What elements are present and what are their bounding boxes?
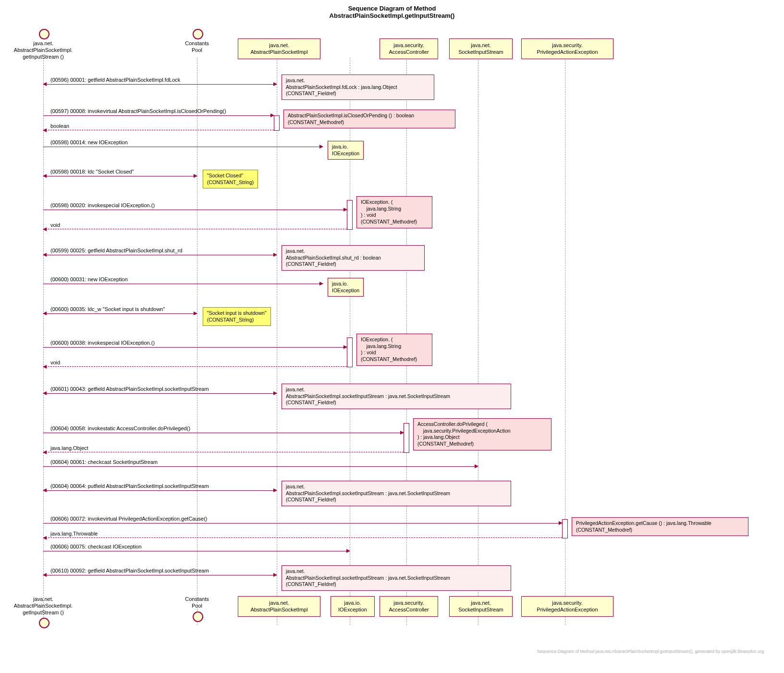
actor-p1-top bbox=[39, 29, 49, 39]
msg-label-m15: (00606) 00075: checkcast IOException bbox=[50, 544, 142, 549]
msg-label-m14r: java.lang.Throwable bbox=[50, 531, 98, 536]
msg-label-m1: (00596) 00001: getfield AbstractPlainSoc… bbox=[50, 77, 180, 83]
msg-m7 bbox=[43, 284, 323, 284]
participant-p7-top: java.security.PrivilegedActionException bbox=[521, 38, 613, 59]
msg-label-m9r: void bbox=[50, 360, 60, 365]
activation-m11 bbox=[404, 423, 409, 453]
msg-label-m7: (00600) 00031: new IOException bbox=[50, 276, 128, 282]
msg-label-m16: (00610) 00092: getfield AbstractPlainSoc… bbox=[50, 568, 209, 573]
msg-label-m3: (00598) 00014: new IOException bbox=[50, 139, 128, 145]
lifeline-p3 bbox=[277, 58, 277, 625]
sequence-diagram: java.net.AbstractPlainSocketImpl.getInpu… bbox=[5, 24, 769, 654]
note-n13: PrivilegedActionException.getCause () : … bbox=[572, 517, 748, 536]
msg-label-m2r: boolean bbox=[50, 123, 69, 129]
msg-label-m10: (00601) 00043: getfield AbstractPlainSoc… bbox=[50, 386, 209, 392]
lifeline-p2 bbox=[197, 58, 197, 625]
lifeline-p7 bbox=[565, 58, 565, 625]
lifeline-p6 bbox=[478, 58, 478, 625]
note-n5: IOException. ( java.lang.String) : void(… bbox=[356, 196, 432, 228]
msg-m10 bbox=[43, 393, 277, 394]
actor-label-p2-top: ConstantsPool bbox=[154, 40, 240, 54]
note-n7: java.io.IOException bbox=[328, 278, 364, 297]
msg-m8 bbox=[43, 313, 197, 314]
msg-m12 bbox=[43, 466, 478, 467]
msg-label-m13: (00604) 00064: putfield AbstractPlainSoc… bbox=[50, 483, 209, 489]
msg-m5r bbox=[43, 229, 347, 230]
msg-m4 bbox=[43, 176, 197, 176]
note-n10: java.net.AbstractPlainSocketImpl.socketI… bbox=[282, 384, 511, 409]
msg-m13 bbox=[43, 490, 277, 491]
diagram-title: Sequence Diagram of Method AbstractPlain… bbox=[5, 5, 779, 19]
msg-m2 bbox=[43, 115, 274, 116]
msg-label-m5: (00598) 00020: invokespecial IOException… bbox=[50, 202, 155, 208]
msg-label-m2: (00597) 00008: invokevirtual AbstractPla… bbox=[50, 108, 226, 114]
actor-p2-top bbox=[193, 29, 203, 39]
lifeline-p1 bbox=[43, 58, 44, 625]
msg-m14 bbox=[43, 523, 562, 523]
note-n2: AbstractPlainSocketImpl.isClosedOrPendin… bbox=[283, 110, 455, 128]
msg-label-m14: (00606) 00072: invokevirtual PrivilegedA… bbox=[50, 516, 208, 522]
msg-m9r bbox=[43, 366, 347, 367]
msg-m5 bbox=[43, 210, 347, 210]
msg-m11 bbox=[43, 433, 404, 433]
participant-p5-top: java.security.AccessController bbox=[380, 38, 438, 59]
note-n1: java.net.AbstractPlainSocketImpl.fdLock … bbox=[282, 75, 434, 100]
msg-label-m6: (00599) 00025: getfield AbstractPlainSoc… bbox=[50, 248, 183, 253]
msg-label-m11r: java.lang.Object bbox=[50, 445, 88, 451]
msg-label-m12: (00604) 00061: checkcast SocketInputStre… bbox=[50, 459, 158, 465]
note-n8: "Socket input is shutdown"(CONSTANT_Stri… bbox=[203, 307, 271, 326]
participant-p7-bot: java.security.PrivilegedActionException bbox=[521, 596, 613, 617]
msg-m3 bbox=[43, 147, 323, 147]
participant-p4-bot: java.io.IOException bbox=[331, 596, 375, 617]
msg-m15 bbox=[43, 551, 350, 551]
footer-text: Sequence Diagram of Method java.net.Abst… bbox=[537, 649, 764, 654]
participant-p3-bot: java.net.AbstractPlainSocketImpl bbox=[238, 596, 320, 617]
msg-m2r bbox=[43, 130, 274, 131]
msg-label-m8: (00600) 00035: ldc_w "Socket input is sh… bbox=[50, 306, 165, 312]
activation-m14 bbox=[562, 519, 568, 538]
participant-p6-bot: java.net.SocketInputStream bbox=[449, 596, 513, 617]
note-n4: "Socket Closed"(CONSTANT_String) bbox=[203, 170, 258, 188]
activation-m9 bbox=[347, 337, 353, 367]
participant-p6-top: java.net.SocketInputStream bbox=[449, 38, 513, 59]
actor-label-p1-bot: java.net.AbstractPlainSocketImpl.getInpu… bbox=[0, 596, 86, 616]
msg-label-m9: (00600) 00038: invokespecial IOException… bbox=[50, 340, 155, 346]
note-n6: java.net.AbstractPlainSocketImpl.shut_rd… bbox=[282, 245, 425, 271]
note-n11: AccessController.doPrivileged ( java.sec… bbox=[413, 418, 551, 450]
actor-p2-bot bbox=[193, 611, 203, 622]
actor-label-p2-bot: ConstantsPool bbox=[154, 596, 240, 610]
note-n9: IOException. ( java.lang.String) : void(… bbox=[356, 334, 432, 366]
msg-label-m4: (00598) 00018: ldc "Socket Closed" bbox=[50, 169, 134, 174]
msg-m1 bbox=[43, 84, 277, 85]
msg-m6 bbox=[43, 255, 277, 255]
msg-m16 bbox=[43, 575, 277, 575]
actor-p1-bot bbox=[39, 618, 49, 628]
activation-m2 bbox=[274, 115, 280, 131]
note-n12: java.net.AbstractPlainSocketImpl.socketI… bbox=[282, 481, 511, 506]
msg-m9 bbox=[43, 347, 347, 348]
msg-label-m11: (00604) 00058: invokestatic AccessContro… bbox=[50, 425, 190, 431]
note-n14: java.net.AbstractPlainSocketImpl.socketI… bbox=[282, 565, 511, 591]
note-n3: java.io.IOException bbox=[328, 141, 364, 160]
participant-p3-top: java.net.AbstractPlainSocketImpl bbox=[238, 38, 320, 59]
participant-p5-bot: java.security.AccessController bbox=[380, 596, 438, 617]
msg-label-m5r: void bbox=[50, 222, 60, 228]
msg-m14r bbox=[43, 537, 562, 538]
actor-label-p1-top: java.net.AbstractPlainSocketImpl.getInpu… bbox=[0, 40, 86, 60]
activation-m5 bbox=[347, 200, 353, 230]
msg-m11r bbox=[43, 452, 404, 453]
